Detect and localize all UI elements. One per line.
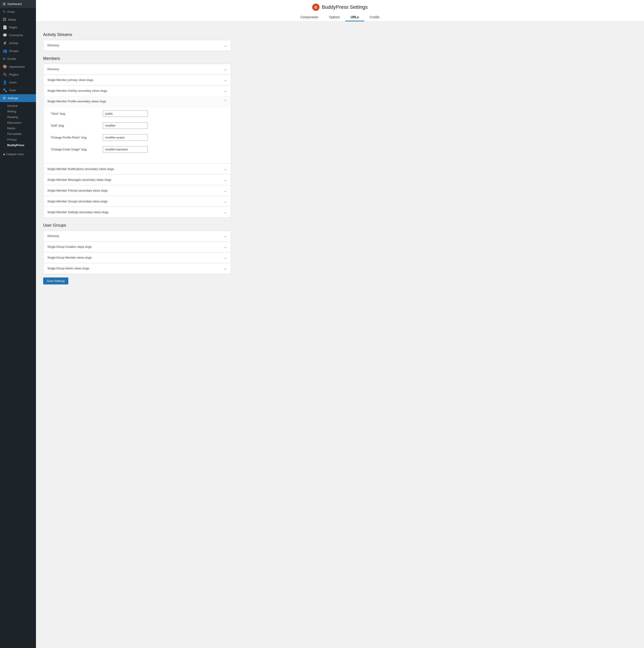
submenu-privacy[interactable]: Privacy: [5, 137, 36, 142]
submenu-writing[interactable]: Writing: [5, 109, 36, 114]
user-groups-accordions: Directory ⌄ Single Group Creation steps …: [43, 230, 231, 274]
members-settings-chevron: ⌄: [224, 210, 227, 214]
tab-urls[interactable]: URLs: [345, 13, 364, 21]
tab-components[interactable]: Components: [295, 13, 324, 21]
members-profile-accordion-container: Single Member Profile secondary views sl…: [43, 96, 231, 163]
change-cover-slug-input[interactable]: [103, 146, 148, 153]
comments-icon: 💬: [3, 33, 7, 37]
members-profile-label: Single Member Profile secondary views sl…: [47, 100, 106, 103]
members-notifications-label: Single Member Notifications secondary vi…: [47, 167, 114, 171]
sidebar-item-label: Comments: [9, 34, 23, 37]
users-icon: 👤: [3, 80, 7, 85]
members-settings-label: Single Member Settings secondary views s…: [47, 210, 109, 214]
tools-icon: 🔧: [3, 88, 7, 93]
members-directory-accordion[interactable]: Directory ⌄: [43, 64, 231, 74]
sidebar-item-tools[interactable]: 🔧 Tools: [0, 86, 36, 94]
activity-streams-accordions: Directory ⌄: [43, 40, 231, 51]
main-content: B BuddyPress Settings Components Options…: [36, 0, 644, 648]
sidebar-item-label: Activity: [9, 41, 18, 45]
sidebar-item-label: Tools: [9, 89, 16, 92]
sidebar-item-label: Users: [9, 81, 17, 84]
sidebar-item-label: Plugins: [9, 73, 19, 76]
members-friends-label: Single Member Friends secondary views sl…: [47, 189, 108, 192]
groups-creation-accordion[interactable]: Single Group Creation steps slugs ⌄: [43, 241, 231, 252]
members-friends-accordion[interactable]: Single Member Friends secondary views sl…: [43, 185, 231, 196]
members-directory-label: Directory: [47, 67, 59, 71]
members-accordions: Directory ⌄ Single Member primary views …: [43, 64, 231, 218]
settings-submenu: General Writing Reading Discussion Media…: [0, 102, 36, 149]
submenu-permalinks[interactable]: Permalinks: [5, 131, 36, 137]
submenu-discussion[interactable]: Discussion: [5, 120, 36, 125]
change-photo-slug-row: "Change Profile Photo" slug: [51, 134, 224, 141]
members-groups-accordion[interactable]: Single Member Groups secondary views slu…: [43, 196, 231, 207]
sidebar-item-media[interactable]: 🖼 Media: [0, 16, 36, 23]
posts-icon: ✎: [3, 10, 6, 14]
members-primary-chevron: ⌄: [224, 78, 227, 82]
media-icon: 🖼: [3, 17, 6, 21]
members-profile-accordion[interactable]: Single Member Profile secondary views sl…: [43, 96, 231, 107]
submenu-general[interactable]: General: [5, 103, 36, 109]
sidebar-item-plugins[interactable]: 🔌 Plugins: [0, 70, 36, 78]
groups-member-views-chevron: ⌄: [224, 256, 227, 260]
view-slug-input[interactable]: [103, 110, 148, 117]
members-primary-accordion[interactable]: Single Member primary views slugs ⌄: [43, 74, 231, 85]
members-friends-chevron: ⌄: [224, 188, 227, 193]
save-settings-button[interactable]: Save Settings: [43, 277, 68, 284]
sidebar-item-emails[interactable]: ✉ Emails: [0, 55, 36, 63]
submenu-buddypress[interactable]: BuddyPress: [5, 142, 36, 148]
activity-directory-accordion[interactable]: Directory ⌄: [43, 40, 231, 51]
activity-streams-heading: Activity Streams: [43, 33, 231, 37]
collapse-label: Collapse menu: [6, 153, 24, 156]
groups-icon: 👥: [3, 49, 7, 53]
edit-slug-row: "Edit" slug: [51, 122, 224, 129]
groups-admin-views-accordion[interactable]: Single Group Admin views slugs ⌄: [43, 263, 231, 274]
page-header: B BuddyPress Settings Components Options…: [36, 0, 644, 21]
tab-credits[interactable]: Credits: [364, 13, 385, 21]
groups-admin-views-chevron: ⌄: [224, 266, 227, 270]
view-slug-row: "View" slug: [51, 110, 224, 117]
submenu-reading[interactable]: Reading: [5, 114, 36, 120]
collapse-menu-button[interactable]: ◀ Collapse menu: [0, 151, 36, 158]
members-notifications-accordion[interactable]: Single Member Notifications secondary vi…: [43, 163, 231, 174]
sidebar-item-users[interactable]: 👤 Users: [0, 78, 36, 86]
sidebar-item-label: Posts: [7, 10, 15, 13]
sidebar-item-dashboard[interactable]: ⊞ Dashboard: [0, 0, 36, 8]
plugins-icon: 🔌: [3, 72, 7, 77]
groups-member-views-label: Single Group Member views slugs: [47, 256, 92, 259]
sidebar-item-appearance[interactable]: 🎨 Appearance: [0, 63, 36, 70]
page-title: BuddyPress Settings: [321, 4, 367, 10]
activity-directory-label: Directory: [47, 44, 59, 47]
members-activity-accordion[interactable]: Single Member Activity secondary views s…: [43, 85, 231, 96]
svg-text:B: B: [315, 5, 317, 9]
sidebar-item-label: Dashboard: [7, 2, 22, 6]
tab-navigation: Components Options URLs Credits: [36, 13, 644, 21]
members-groups-chevron: ⌄: [224, 199, 227, 204]
sidebar-item-pages[interactable]: 📄 Pages: [0, 23, 36, 31]
change-photo-slug-input[interactable]: [103, 134, 148, 141]
user-groups-heading: User Groups: [43, 223, 231, 228]
groups-admin-views-label: Single Group Admin views slugs: [47, 267, 89, 270]
submenu-media[interactable]: Media: [5, 125, 36, 131]
members-directory-chevron: ⌄: [224, 67, 227, 71]
sidebar-item-activity[interactable]: ⚡ Activity: [0, 39, 36, 47]
groups-member-views-accordion[interactable]: Single Group Member views slugs ⌄: [43, 252, 231, 263]
settings-icon: ⚙: [3, 96, 6, 100]
sidebar-item-posts[interactable]: ✎ Posts: [0, 8, 36, 16]
sidebar: ⊞ Dashboard ✎ Posts 🖼 Media 📄 Pages 💬 Co…: [0, 0, 36, 648]
sidebar-item-label: Emails: [7, 57, 16, 60]
groups-directory-accordion[interactable]: Directory ⌄: [43, 231, 231, 241]
activity-icon: ⚡: [3, 41, 7, 45]
edit-slug-input[interactable]: [103, 122, 148, 129]
change-photo-slug-label: "Change Profile Photo" slug: [51, 136, 96, 139]
members-messages-accordion[interactable]: Single Member Messages secondary views s…: [43, 174, 231, 185]
members-messages-chevron: ⌄: [224, 178, 227, 182]
members-settings-accordion[interactable]: Single Member Settings secondary views s…: [43, 207, 231, 217]
tab-options[interactable]: Options: [324, 13, 345, 21]
sidebar-item-label: Appearance: [9, 65, 25, 68]
sidebar-item-label: Groups: [9, 49, 19, 53]
sidebar-item-comments[interactable]: 💬 Comments: [0, 31, 36, 39]
sidebar-item-settings[interactable]: ⚙ Settings: [0, 94, 36, 102]
buddypress-logo: B: [312, 4, 319, 11]
sidebar-item-groups[interactable]: 👥 Groups: [0, 47, 36, 55]
members-messages-label: Single Member Messages secondary views s…: [47, 178, 111, 181]
